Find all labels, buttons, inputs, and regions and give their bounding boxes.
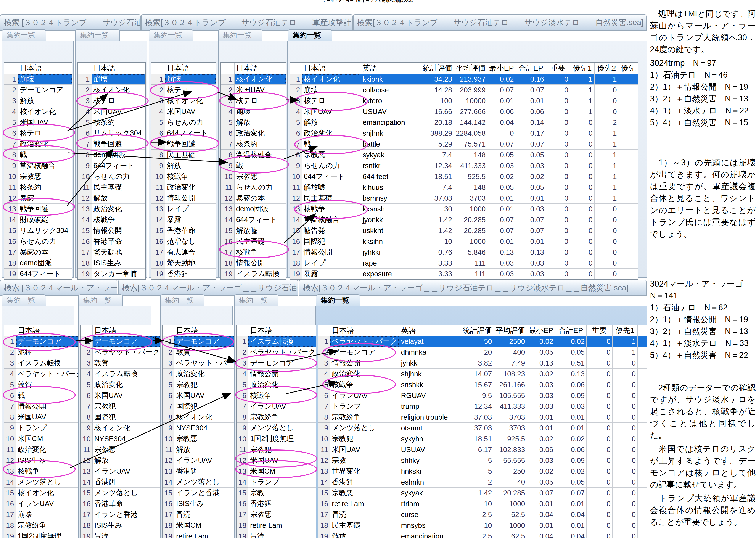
japanese-cell[interactable]: らせんの力 xyxy=(91,171,145,182)
table-row[interactable]: 18レイプrape3.331110.030.03000 xyxy=(290,258,638,269)
value-cell[interactable]: 0 xyxy=(594,106,619,117)
table-row[interactable]: 2デーモンコアdhmnka204000.050.0501 xyxy=(318,347,647,358)
value-cell[interactable]: 0.01 xyxy=(516,236,546,247)
value-cell[interactable]: 1 xyxy=(612,347,637,358)
value-cell[interactable]: 0.01 xyxy=(527,498,555,509)
value-cell[interactable]: 1 xyxy=(570,84,594,95)
table-row[interactable]: 14メンツ落とし xyxy=(163,477,243,488)
japanese-cell[interactable]: 宗教紛争 xyxy=(248,412,318,423)
japanese-cell[interactable]: トランプ xyxy=(330,401,399,412)
japanese-cell[interactable]: 核戦争 xyxy=(234,247,286,258)
japanese-cell[interactable]: デーモンコア xyxy=(330,347,399,358)
table-row[interactable]: 2デーモンコア xyxy=(4,84,72,95)
value-cell[interactable]: 0.06 xyxy=(527,444,555,455)
value-cell[interactable]: 0.01 xyxy=(555,423,586,433)
value-cell[interactable]: 0.04 xyxy=(527,509,555,520)
japanese-cell[interactable]: 冒涜 xyxy=(330,509,399,520)
value-cell[interactable]: 0.01 xyxy=(487,95,516,106)
japanese-cell[interactable]: 核戦争 xyxy=(16,466,85,477)
japanese-cell[interactable]: 暴露 xyxy=(18,193,72,204)
value-cell[interactable]: 0.01 xyxy=(527,423,555,433)
japanese-cell[interactable]: 情報公開 xyxy=(234,258,286,269)
value-cell[interactable]: 0 xyxy=(612,498,637,509)
value-cell[interactable]: 0 xyxy=(586,531,612,538)
japanese-cell[interactable]: イランUAV xyxy=(174,455,243,466)
table-row[interactable]: 12暴露 xyxy=(4,193,72,204)
table-row[interactable]: 17核戦争 xyxy=(221,247,286,258)
japanese-cell[interactable]: ベラヤット・パーク xyxy=(174,358,243,368)
value-cell[interactable]: 0.76 xyxy=(421,247,454,258)
english-cell[interactable]: battle xyxy=(361,139,421,149)
table-row[interactable]: 6イランUAVRGUAV9.5105.5550.030.0900 xyxy=(318,390,647,401)
value-cell[interactable]: 1 xyxy=(594,160,619,171)
japanese-cell[interactable]: 民主基礎 xyxy=(234,236,286,247)
value-cell[interactable]: 0 xyxy=(586,455,612,466)
japanese-cell[interactable]: 敦賀 xyxy=(92,358,162,368)
value-cell[interactable]: 102.833 xyxy=(494,444,527,455)
value-cell[interactable]: 0.14 xyxy=(516,117,546,128)
japanese-cell[interactable]: 有志連合 xyxy=(165,247,216,258)
tab-aggregation-list[interactable]: 集約一覧 xyxy=(149,29,193,41)
value-cell[interactable]: 50 xyxy=(461,336,494,347)
japanese-cell[interactable]: 香港餌 xyxy=(165,269,216,280)
table-row[interactable]: 12民主基礎bsmnsy37.0337030.010.01001 xyxy=(290,193,638,204)
value-cell[interactable]: 0.05 xyxy=(487,182,516,193)
table-row[interactable]: 15核イオン化 xyxy=(4,488,85,498)
value-cell[interactable]: 5.846 xyxy=(454,247,487,258)
table-row[interactable]: 12情報公開 xyxy=(151,193,216,204)
japanese-cell[interactable]: 宗教紛争 xyxy=(16,520,85,531)
table-row[interactable]: 7戦争回避 xyxy=(151,139,216,149)
table-row[interactable]: 8demo団派 xyxy=(78,149,145,160)
value-cell[interactable]: 7.4 xyxy=(421,182,454,193)
value-cell[interactable]: 0.06 xyxy=(487,106,516,117)
table-row[interactable]: 12ISIS生み xyxy=(4,455,85,466)
table-row[interactable]: 1崩壊 xyxy=(151,74,216,84)
table-row[interactable]: 8戦 xyxy=(4,149,72,160)
table-row[interactable]: 13核戦争kksnsh3010000.010.03000 xyxy=(290,204,638,214)
value-cell[interactable]: 148 xyxy=(454,182,487,193)
table-row[interactable]: 12イランUAV xyxy=(163,455,243,466)
japanese-cell[interactable]: NYSE304 xyxy=(174,423,243,433)
table-row[interactable]: 15宗教 xyxy=(236,488,318,498)
english-cell[interactable]: sykyak xyxy=(361,149,421,160)
value-cell[interactable]: 0 xyxy=(612,412,637,423)
value-cell[interactable]: 0.17 xyxy=(516,128,546,139)
value-cell[interactable]: 0 xyxy=(546,269,570,280)
value-cell[interactable]: 0.01 xyxy=(555,412,586,423)
value-cell[interactable] xyxy=(619,171,638,182)
japanese-cell[interactable]: レイプ xyxy=(302,258,361,269)
table-row[interactable]: 2ベラヤット・パーク xyxy=(236,347,318,358)
value-cell[interactable]: 0.06 xyxy=(555,379,586,390)
value-cell[interactable]: 0 xyxy=(612,531,637,538)
value-cell[interactable] xyxy=(638,423,647,433)
value-cell[interactable]: 411.333 xyxy=(494,401,527,412)
table-row[interactable]: 14財政破綻 xyxy=(4,214,72,225)
value-cell[interactable]: 3703 xyxy=(454,193,487,204)
value-cell[interactable]: 0.01 xyxy=(516,193,546,204)
value-cell[interactable] xyxy=(638,477,647,488)
table-row[interactable]: 13香港餌 xyxy=(163,466,243,477)
table-row[interactable]: 7国際犯 xyxy=(163,401,243,412)
japanese-cell[interactable]: 核イオン化 xyxy=(234,74,286,84)
table-row[interactable]: 8常温核融合 xyxy=(221,149,286,160)
value-cell[interactable]: 0 xyxy=(570,236,594,247)
japanese-cell[interactable]: 米国CM xyxy=(248,466,318,477)
table-row[interactable]: 9トランプ xyxy=(4,423,85,433)
table-row[interactable]: 1イスラム転換 xyxy=(236,336,318,347)
value-cell[interactable]: 7.49 xyxy=(494,358,527,368)
japanese-cell[interactable]: 冒涜 xyxy=(92,531,162,538)
japanese-cell[interactable]: 核戦争 xyxy=(165,171,216,182)
value-cell[interactable]: 18.51 xyxy=(461,433,494,444)
value-cell[interactable]: 2 xyxy=(594,117,619,128)
japanese-cell[interactable]: イスラム転換 xyxy=(92,368,162,379)
table-row[interactable]: 4政治変化 xyxy=(163,368,243,379)
table-row[interactable]: 19644フィート xyxy=(4,269,72,280)
table-row[interactable]: 6政治変化shjhnk388.292284.05800.17001 xyxy=(290,128,638,139)
value-cell[interactable]: 0 xyxy=(612,379,637,390)
value-cell[interactable]: 203.999 xyxy=(454,84,487,95)
japanese-cell[interactable]: 核戦争 xyxy=(91,214,145,225)
table-row[interactable]: 11宗教悪 xyxy=(81,444,162,455)
table-row[interactable]: 6米国UAV xyxy=(163,390,243,401)
value-cell[interactable]: 14.07 xyxy=(461,368,494,379)
value-cell[interactable] xyxy=(619,117,638,128)
